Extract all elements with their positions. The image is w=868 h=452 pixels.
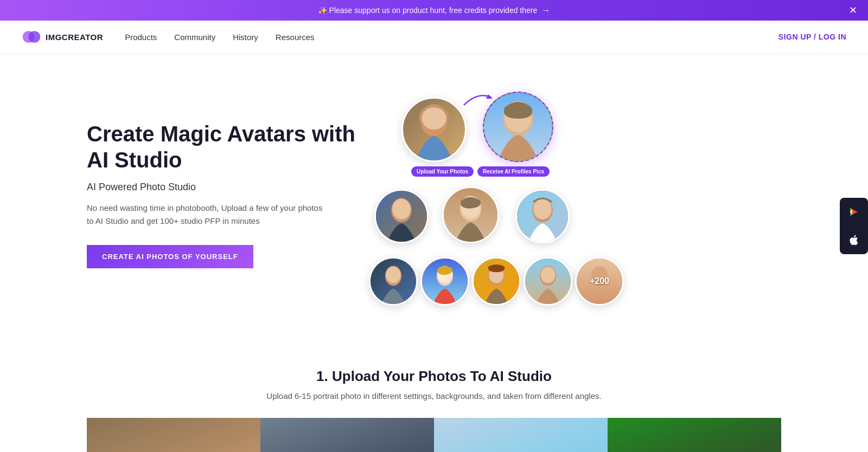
avatar-plus: +200 xyxy=(575,257,624,306)
close-button[interactable]: ✕ xyxy=(849,5,857,15)
hero-description: No need wasting time in photobooth, Uplo… xyxy=(87,202,326,228)
photo-item-2 xyxy=(260,418,434,452)
svg-point-30 xyxy=(541,267,556,283)
nav-community[interactable]: Community xyxy=(174,33,215,42)
announcement-arrow: → xyxy=(541,5,550,15)
app-badges xyxy=(840,198,868,254)
avatar-8 xyxy=(472,257,521,306)
avatar-6 xyxy=(369,257,418,306)
nav-resources[interactable]: Resources xyxy=(276,33,315,42)
step-description: Upload 6-15 portrait photo in different … xyxy=(87,391,781,401)
hero-subtitle: AI Powered Photo Studio xyxy=(87,182,369,193)
nav-products[interactable]: Products xyxy=(125,33,157,42)
svg-point-1 xyxy=(29,31,41,43)
avatar-5 xyxy=(515,189,570,243)
signup-button[interactable]: SIGN UP / LOG IN xyxy=(778,33,846,41)
nav-links: Products Community History Resources xyxy=(125,33,778,42)
photo-placeholder-4 xyxy=(608,418,781,452)
photo-item-3 xyxy=(434,418,608,452)
photo-grid xyxy=(87,418,781,452)
avatar-1 xyxy=(401,97,467,162)
announcement-text: ✨ Please support us on product hunt, fre… xyxy=(318,6,538,15)
step-section: 1. Upload Your Photos To AI Studio Uploa… xyxy=(0,335,868,452)
svg-point-18 xyxy=(533,199,552,219)
play-store-badge[interactable] xyxy=(840,198,868,226)
photo-placeholder-1 xyxy=(87,418,260,452)
avatar-4 xyxy=(442,186,499,243)
announcement-bar: ✨ Please support us on product hunt, fre… xyxy=(0,0,868,21)
logo-text: IMGCREATOR xyxy=(46,33,103,42)
photo-item-1 xyxy=(87,418,260,452)
avatar-7 xyxy=(420,257,469,306)
avatar-2 xyxy=(483,92,553,162)
avatar-9 xyxy=(524,257,572,306)
hero-section: Create Magic Avatars with AI Studio AI P… xyxy=(0,54,868,335)
badge-receive: Receive AI Profiles Pics xyxy=(477,166,550,177)
photo-placeholder-2 xyxy=(260,418,434,452)
apple-icon xyxy=(848,234,860,246)
hero-title: Create Magic Avatars with AI Studio xyxy=(87,121,369,173)
hero-content: Create Magic Avatars with AI Studio AI P… xyxy=(87,121,369,268)
svg-marker-40 xyxy=(852,209,858,215)
plus-count: +200 xyxy=(590,276,609,286)
photo-placeholder-3 xyxy=(434,418,608,452)
avatar-3 xyxy=(374,189,429,243)
logo-link[interactable]: IMGCREATOR xyxy=(22,27,103,47)
avatar-gallery: Upload Your Photos Receive AI Profiles P… xyxy=(369,86,597,303)
svg-point-5 xyxy=(422,107,446,130)
nav-history[interactable]: History xyxy=(233,33,258,42)
logo-icon xyxy=(22,27,41,47)
svg-point-21 xyxy=(386,267,401,283)
cta-button[interactable]: CREATE AI PHOTOS OF YOURSELF xyxy=(87,245,253,268)
navbar: IMGCREATOR Products Community History Re… xyxy=(0,21,868,54)
play-store-icon xyxy=(847,205,860,218)
svg-point-12 xyxy=(392,199,411,219)
step-title: 1. Upload Your Photos To AI Studio xyxy=(87,368,781,385)
apple-store-badge[interactable] xyxy=(840,226,868,254)
photo-item-4 xyxy=(608,418,781,452)
badge-upload: Upload Your Photos xyxy=(411,166,474,177)
